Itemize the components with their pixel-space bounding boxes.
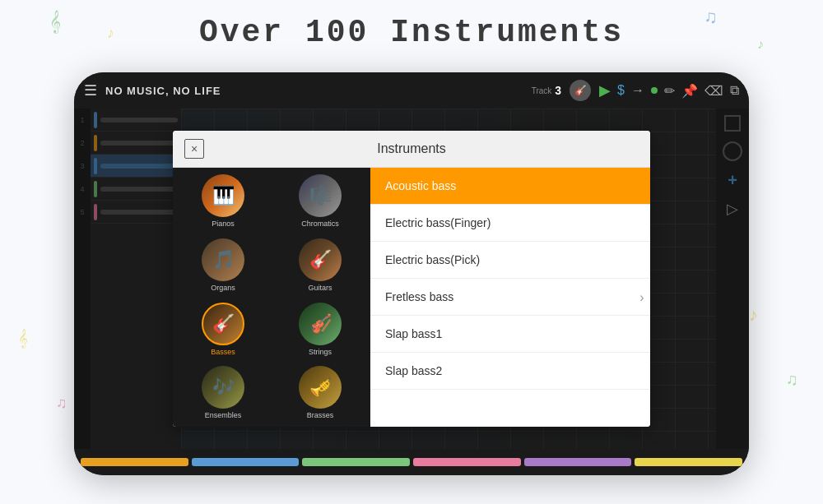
scroll-right-chevron[interactable]: › (634, 281, 650, 314)
instrument-fretless-bass[interactable]: Fretless bass (370, 279, 650, 316)
bottom-track-4 (413, 458, 521, 466)
category-brasses-label: Brasses (307, 411, 334, 420)
page-title: Over 100 Instruments (199, 15, 624, 50)
dollar-icon[interactable]: $ (617, 83, 625, 98)
pencil-icon[interactable]: ✏ (664, 83, 675, 99)
bottom-bar (74, 449, 749, 475)
bottom-track-5 (524, 458, 632, 466)
category-organs[interactable]: 🎵 Organs (176, 235, 270, 296)
instruments-dialog: × Instruments 🎹 Pianos 🎼 Chr (173, 131, 650, 427)
instrument-list: Acoustic bass Electric bass(Finger) Elec… (370, 168, 650, 427)
instrument-slap-bass1[interactable]: Slap bass1 (370, 316, 650, 353)
categories-grid: 🎹 Pianos 🎼 Chromatics 🎵 Organs (173, 168, 370, 427)
bottom-track-3 (302, 458, 410, 466)
deco-note-4: ♪ (757, 37, 764, 52)
deco-note-1: 𝄞 (49, 10, 61, 33)
app-title: NO MUSIC, NO LIFE (105, 85, 523, 97)
phone-frame: ☰ NO MUSIC, NO LIFE Track 3 🎸 ▶ $ → ✏ 📌 … (74, 72, 749, 475)
category-pianos-label: Pianos (212, 220, 235, 229)
dialog-title: Instruments (204, 141, 619, 156)
dialog-body: 🎹 Pianos 🎼 Chromatics 🎵 Organs (173, 168, 650, 427)
category-strings-label: Strings (309, 348, 332, 357)
modal-overlay: × Instruments 🎹 Pianos 🎼 Chr (74, 109, 749, 449)
status-dot (651, 87, 658, 94)
category-chromatics[interactable]: 🎼 Chromatics (273, 171, 367, 232)
app-toolbar: ☰ NO MUSIC, NO LIFE Track 3 🎸 ▶ $ → ✏ 📌 … (74, 72, 749, 109)
instrument-electric-bass-pick[interactable]: Electric bass(Pick) (370, 242, 650, 279)
category-chromatics-label: Chromatics (301, 220, 339, 229)
track-thumb[interactable]: 🎸 (570, 80, 591, 101)
category-basses-label: Basses (211, 348, 235, 357)
bottom-track-6 (635, 458, 742, 466)
hamburger-icon[interactable]: ☰ (84, 81, 97, 99)
toolbar-icons: ▶ $ → ✏ 📌 ⌫ ⧉ (599, 81, 739, 99)
deco-note-5: 𝄞 (18, 329, 28, 348)
category-ensembles[interactable]: 🎶 Ensembles (176, 363, 270, 423)
category-brasses[interactable]: 🎺 Brasses (273, 363, 367, 423)
dialog-header: × Instruments (173, 131, 650, 168)
bottom-track-2 (192, 458, 300, 466)
category-organs-label: Organs (211, 284, 235, 293)
category-guitars-label: Guitars (308, 284, 332, 293)
deco-note-6: ♫ (56, 395, 67, 412)
bottom-track-1 (81, 458, 188, 466)
deco-note-7: ♪ (749, 304, 758, 326)
copy-icon[interactable]: ⧉ (730, 83, 739, 98)
instrument-slap-bass2[interactable]: Slap bass2 (370, 353, 650, 390)
deco-note-3: ♫ (704, 7, 718, 28)
instrument-electric-bass-finger[interactable]: Electric bass(Finger) (370, 205, 650, 242)
category-strings[interactable]: 🎻 Strings (273, 299, 367, 360)
eraser-icon[interactable]: ⌫ (704, 83, 723, 99)
instrument-acoustic-bass[interactable]: Acoustic bass (370, 168, 650, 205)
play-button[interactable]: ▶ (599, 81, 611, 99)
deco-note-8: ♫ (786, 370, 798, 389)
category-pianos[interactable]: 🎹 Pianos (176, 171, 270, 232)
pin-icon[interactable]: 📌 (681, 83, 698, 99)
category-ensembles-label: Ensembles (205, 411, 242, 420)
arrow-icon[interactable]: → (631, 83, 644, 98)
close-button[interactable]: × (184, 139, 204, 159)
phone-content: 1 2 3 4 5 (74, 109, 749, 449)
track-label: Track (532, 86, 552, 95)
category-guitars[interactable]: 🎸 Guitars (273, 235, 367, 296)
track-number: 3 (555, 84, 561, 97)
track-info: Track 3 (532, 84, 561, 97)
deco-note-2: ♪ (107, 25, 114, 42)
category-basses[interactable]: 🎸 Basses (176, 299, 270, 360)
